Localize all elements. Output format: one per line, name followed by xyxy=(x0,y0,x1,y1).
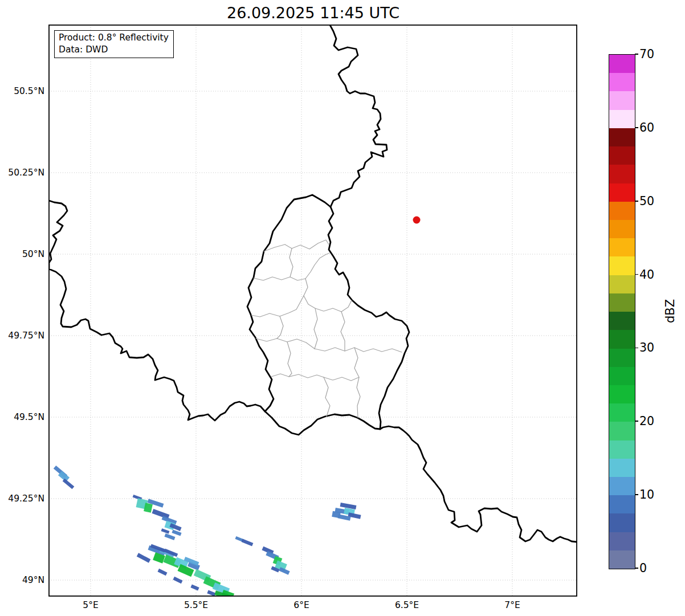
colorbar-segment xyxy=(609,349,635,367)
y-axis-tick-label: 50.5°N xyxy=(14,86,44,96)
radar-echo-cell xyxy=(137,553,150,562)
colorbar-segment xyxy=(609,128,635,146)
colorbar-tick-mark xyxy=(635,568,638,569)
y-axis-tick-label: 50°N xyxy=(22,249,44,259)
annotation-product: Product: 0.8° Reflectivity xyxy=(59,32,169,44)
colorbar-tick-label: 20 xyxy=(639,414,654,428)
colorbar-segment xyxy=(609,385,635,403)
colorbar-tick-mark xyxy=(635,127,638,128)
colorbar-tick-mark xyxy=(635,274,638,275)
colorbar-segment xyxy=(609,532,635,550)
y-axis-tick-label: 49.25°N xyxy=(8,493,44,504)
colorbar-segment xyxy=(609,459,635,477)
colorbar xyxy=(609,54,635,569)
colorbar-tick-mark xyxy=(635,54,638,55)
colorbar-segment xyxy=(609,202,635,220)
colorbar-segment xyxy=(609,91,635,109)
colorbar-segment xyxy=(609,477,635,495)
colorbar-segment xyxy=(609,312,635,330)
border-luxembourg xyxy=(247,195,409,435)
radar-site-dot xyxy=(413,217,421,224)
radar-echo-cell xyxy=(173,577,182,584)
colorbar-tick-label: 10 xyxy=(639,488,654,501)
colorbar-segment xyxy=(609,256,635,275)
radar-echo-cell xyxy=(190,584,199,590)
annotation-source: Data: DWD xyxy=(59,44,169,56)
colorbar-tick-mark xyxy=(635,201,638,202)
colorbar-segment xyxy=(609,165,635,183)
colorbar-segment xyxy=(609,550,635,569)
y-axis-tick-label: 50.25°N xyxy=(8,168,44,178)
x-axis-tick-label: 6°E xyxy=(293,600,309,610)
colorbar-segment xyxy=(609,146,635,165)
country-borders xyxy=(49,24,577,542)
radar-site-marker xyxy=(413,217,421,224)
radar-echo-cell xyxy=(63,479,75,489)
colorbar-tick-label: 50 xyxy=(639,194,654,208)
colorbar-tick-mark xyxy=(635,494,638,495)
colorbar-segment xyxy=(609,403,635,422)
colorbar-segment xyxy=(609,367,635,385)
x-axis-tick-label: 5°E xyxy=(83,600,98,610)
colorbar-segment xyxy=(609,330,635,348)
colorbar-tick-mark xyxy=(635,348,638,349)
x-axis-tick-label: 7°E xyxy=(504,600,520,610)
border-belgium-germany xyxy=(329,24,387,207)
colorbar-tick-label: 70 xyxy=(639,47,654,61)
colorbar-unit-label: dBZ xyxy=(663,299,677,323)
border-france-belgium xyxy=(49,201,265,421)
radar-echoes xyxy=(54,466,361,599)
colorbar-segment xyxy=(609,440,635,459)
colorbar-tick-label: 0 xyxy=(639,561,647,575)
colorbar-tick-mark xyxy=(635,421,638,422)
x-axis-tick-label: 6.5°E xyxy=(395,600,419,610)
colorbar-segment xyxy=(609,220,635,238)
radar-echo-cell xyxy=(161,528,170,533)
colorbar-segment xyxy=(609,422,635,440)
radar-echo-cell xyxy=(207,590,215,597)
colorbar-segment xyxy=(609,73,635,91)
colorbar-segment xyxy=(609,495,635,513)
colorbar-segment xyxy=(609,55,635,73)
colorbar-segment xyxy=(609,110,635,128)
border-france-germany xyxy=(380,426,577,542)
colorbar-tick-label: 60 xyxy=(639,121,654,134)
map-plot xyxy=(0,0,685,616)
radar-echo-cell xyxy=(157,569,167,576)
radar-figure: 26.09.2025 11:45 UTC Product: 0.8° Refle… xyxy=(0,0,685,616)
y-axis-tick-label: 49°N xyxy=(22,575,44,585)
colorbar-segment xyxy=(609,238,635,256)
luxembourg-canton-borders xyxy=(251,240,402,418)
colorbar-segment xyxy=(609,293,635,312)
colorbar-tick-label: 30 xyxy=(639,341,654,354)
plot-frame xyxy=(49,25,577,596)
annotation-box: Product: 0.8° Reflectivity Data: DWD xyxy=(54,30,174,58)
gridlines xyxy=(49,25,577,596)
radar-echo-cell xyxy=(242,539,254,546)
x-axis-tick-label: 5.5°E xyxy=(184,600,208,610)
page-title: 26.09.2025 11:45 UTC xyxy=(49,4,577,22)
y-axis-tick-label: 49.75°N xyxy=(8,331,44,341)
radar-echo-cell xyxy=(165,533,176,540)
colorbar-segment xyxy=(609,275,635,293)
colorbar-tick-label: 40 xyxy=(639,268,654,282)
colorbar-segment xyxy=(609,513,635,532)
y-axis-tick-label: 49.5°N xyxy=(14,412,44,422)
colorbar-segment xyxy=(609,183,635,202)
